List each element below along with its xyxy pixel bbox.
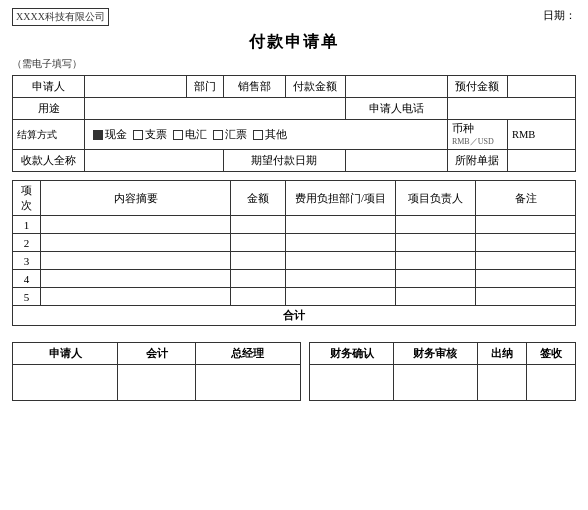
approval-left: 申请人 会计 总经理 <box>12 342 301 401</box>
checkbox-wire[interactable] <box>173 130 183 140</box>
approval-left-table: 申请人 会计 总经理 <box>12 342 301 401</box>
row5-dept[interactable] <box>286 288 396 306</box>
total-row: 合计 <box>13 306 576 326</box>
accountant-sign[interactable] <box>118 365 196 401</box>
amount-label: 付款金额 <box>285 76 345 98</box>
col-content: 内容摘要 <box>41 181 231 216</box>
detail-row-5: 5 <box>13 288 576 306</box>
settlement-options: 现金 支票 电汇 汇票 <box>89 126 442 144</box>
col-accountant: 会计 <box>118 343 196 365</box>
row3-manager[interactable] <box>396 252 476 270</box>
detail-row-1: 1 <box>13 216 576 234</box>
general-manager-sign[interactable] <box>195 365 300 401</box>
col-index: 项次 <box>13 181 41 216</box>
row4-dept[interactable] <box>286 270 396 288</box>
receipt-sign[interactable] <box>526 365 575 401</box>
row5-manager[interactable] <box>396 288 476 306</box>
attachments-label: 所附单据 <box>447 150 507 172</box>
row1-content[interactable] <box>41 216 231 234</box>
detail-row-2: 2 <box>13 234 576 252</box>
col-manager: 项目负责人 <box>396 181 476 216</box>
row3-dept[interactable] <box>286 252 396 270</box>
phone-label: 申请人电话 <box>345 98 447 120</box>
applicant-sign[interactable] <box>13 365 118 401</box>
row5-index: 5 <box>13 288 41 306</box>
col-finance-confirm: 财务确认 <box>310 343 394 365</box>
payee-value[interactable] <box>85 150 223 172</box>
currency-value[interactable]: RMB <box>507 120 575 150</box>
expected-date-label: 期望付款日期 <box>223 150 345 172</box>
row5-content[interactable] <box>41 288 231 306</box>
row1-amount[interactable] <box>231 216 286 234</box>
expected-date-value[interactable] <box>345 150 447 172</box>
row4-manager[interactable] <box>396 270 476 288</box>
payee-label: 收款人全称 <box>13 150 85 172</box>
purpose-value[interactable] <box>85 98 346 120</box>
finance-review-sign[interactable] <box>393 365 477 401</box>
row-payee: 收款人全称 期望付款日期 所附单据 <box>13 150 576 172</box>
row-purpose: 用途 申请人电话 <box>13 98 576 120</box>
applicant-value[interactable] <box>85 76 187 98</box>
col-applicant-approval: 申请人 <box>13 343 118 365</box>
label-wire: 电汇 <box>185 128 207 142</box>
approval-right: 财务确认 财务审核 出纳 签收 <box>309 342 576 401</box>
detail-row-3: 3 <box>13 252 576 270</box>
row1-remark[interactable] <box>476 216 576 234</box>
row1-manager[interactable] <box>396 216 476 234</box>
row2-index: 2 <box>13 234 41 252</box>
col-cashier: 出纳 <box>477 343 526 365</box>
bottom-section: 申请人 会计 总经理 财务确认 <box>12 342 576 401</box>
form-note: （需电子填写） <box>12 57 82 71</box>
col-general-manager: 总经理 <box>195 343 300 365</box>
settlement-options-cell: 现金 支票 电汇 汇票 <box>85 120 447 150</box>
row2-remark[interactable] <box>476 234 576 252</box>
row3-remark[interactable] <box>476 252 576 270</box>
option-cash[interactable]: 现金 <box>93 128 127 142</box>
row5-amount[interactable] <box>231 288 286 306</box>
department-value[interactable]: 销售部 <box>223 76 285 98</box>
checkbox-cash[interactable] <box>93 130 103 140</box>
row5-remark[interactable] <box>476 288 576 306</box>
amount-value[interactable] <box>345 76 447 98</box>
currency-cell: 币种 RMB／USD <box>447 120 507 150</box>
option-other[interactable]: 其他 <box>253 128 287 142</box>
checkbox-check[interactable] <box>133 130 143 140</box>
approval-left-body-row <box>13 365 301 401</box>
row2-content[interactable] <box>41 234 231 252</box>
checkbox-draft[interactable] <box>213 130 223 140</box>
row2-manager[interactable] <box>396 234 476 252</box>
col-finance-review: 财务审核 <box>393 343 477 365</box>
row2-amount[interactable] <box>231 234 286 252</box>
row4-amount[interactable] <box>231 270 286 288</box>
option-draft[interactable]: 汇票 <box>213 128 247 142</box>
row3-content[interactable] <box>41 252 231 270</box>
form-title: 付款申请单 <box>12 32 576 53</box>
phone-value[interactable] <box>447 98 575 120</box>
col-amount: 金额 <box>231 181 286 216</box>
row1-dept[interactable] <box>286 216 396 234</box>
checkbox-other[interactable] <box>253 130 263 140</box>
option-check[interactable]: 支票 <box>133 128 167 142</box>
detail-header-row: 项次 内容摘要 金额 费用负担部门/项目 项目负责人 备注 <box>13 181 576 216</box>
attachments-value[interactable] <box>507 150 575 172</box>
finance-confirm-sign[interactable] <box>310 365 394 401</box>
option-wire[interactable]: 电汇 <box>173 128 207 142</box>
section-gap-1 <box>12 172 576 180</box>
row-applicant: 申请人 部门 销售部 付款金额 预付金额 <box>13 76 576 98</box>
prepaid-label: 预付金额 <box>447 76 507 98</box>
label-other: 其他 <box>265 128 287 142</box>
row3-index: 3 <box>13 252 41 270</box>
currency-options: RMB／USD <box>452 136 503 147</box>
row4-remark[interactable] <box>476 270 576 288</box>
detail-table: 项次 内容摘要 金额 费用负担部门/项目 项目负责人 备注 1 2 <box>12 180 576 326</box>
label-check: 支票 <box>145 128 167 142</box>
row2-dept[interactable] <box>286 234 396 252</box>
row3-amount[interactable] <box>231 252 286 270</box>
row4-content[interactable] <box>41 270 231 288</box>
applicant-label: 申请人 <box>13 76 85 98</box>
prepaid-value[interactable] <box>507 76 575 98</box>
company-logo: XXXX科技有限公司 <box>12 8 109 26</box>
row4-index: 4 <box>13 270 41 288</box>
col-remark: 备注 <box>476 181 576 216</box>
cashier-sign[interactable] <box>477 365 526 401</box>
